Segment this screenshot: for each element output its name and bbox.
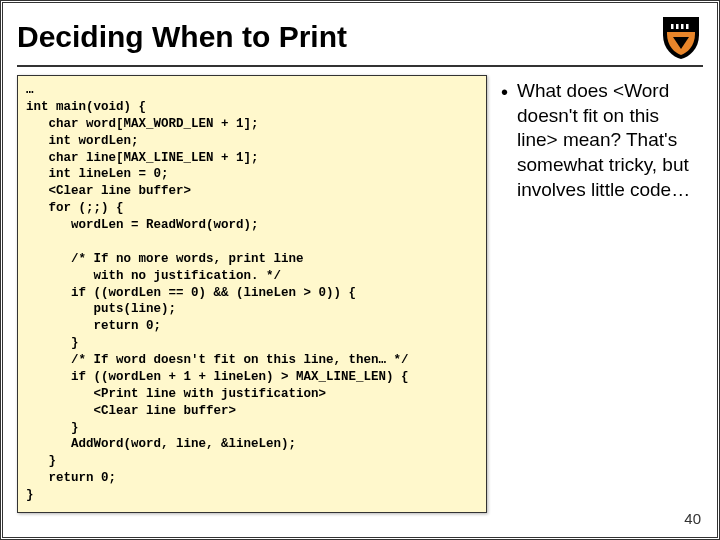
title-row: Deciding When to Print <box>17 13 703 67</box>
code-box: … int main(void) { char word[MAX_WORD_LE… <box>17 75 487 513</box>
slide: Deciding When to Print … int main(void) … <box>0 0 720 540</box>
content-area: … int main(void) { char word[MAX_WORD_LE… <box>17 75 703 513</box>
bullet-item: What does <Word doesn't fit on this line… <box>501 79 703 202</box>
bullet-area: What does <Word doesn't fit on this line… <box>501 75 703 202</box>
princeton-shield-icon <box>659 13 703 61</box>
svg-rect-0 <box>671 24 674 29</box>
slide-title: Deciding When to Print <box>17 20 347 54</box>
code-listing: … int main(void) { char word[MAX_WORD_LE… <box>26 82 478 504</box>
svg-rect-1 <box>676 24 679 29</box>
svg-rect-2 <box>681 24 684 29</box>
page-number: 40 <box>684 510 701 527</box>
svg-rect-3 <box>686 24 689 29</box>
